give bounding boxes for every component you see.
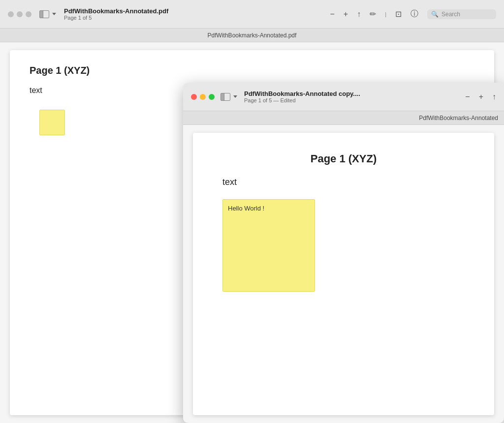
traffic-lights-front <box>191 94 215 100</box>
zoom-out-icon-back[interactable]: − <box>330 10 334 19</box>
zoom-in-icon-back[interactable]: + <box>344 10 348 19</box>
window-subtitle-front: Page 1 of 5 — Edited <box>244 97 296 103</box>
sticky-note-text: Hello World ! <box>228 205 264 212</box>
titlebar-back: PdfWithBookmarks-Annotated.pdf Page 1 of… <box>0 0 504 29</box>
search-bar-back[interactable]: 🔍 Search <box>427 9 496 19</box>
tab-title-back: PdfWithBookmarks-Annotated.pdf <box>208 32 297 39</box>
tab-title-front: PdfWithBookmarks-Annotated <box>419 115 498 121</box>
toolbar-front: − + ↑ <box>465 92 496 101</box>
search-icon-back: 🔍 <box>431 11 439 18</box>
titlebar-front: PdfWithBookmarks-Annotated copy.... Page… <box>183 83 504 111</box>
info-icon-back[interactable]: ⓘ <box>410 9 418 19</box>
window-subtitle-back: Page 1 of 5 <box>64 15 92 21</box>
fullscreen-button-front[interactable] <box>209 94 215 100</box>
sidebar-icon-back <box>39 10 49 18</box>
page-title-back: Page 1 (XYZ) <box>30 65 474 76</box>
page-text-front: text <box>222 177 470 187</box>
close-button-front[interactable] <box>191 94 197 100</box>
chevron-down-icon-front <box>233 95 237 98</box>
window-icon-back[interactable]: ⊡ <box>395 9 402 19</box>
sticky-note-small <box>39 110 65 135</box>
annotate-icon-back[interactable]: ✏ <box>370 9 376 19</box>
title-group-front: PdfWithBookmarks-Annotated copy.... Page… <box>244 90 360 103</box>
minimize-button-front[interactable] <box>200 94 206 100</box>
window-title-front: PdfWithBookmarks-Annotated copy.... <box>244 90 360 97</box>
toolbar-back: − + ↑ ✏ | ⊡ ⓘ 🔍 Search <box>330 9 496 19</box>
page-title-front: Page 1 (XYZ) <box>218 152 470 165</box>
sticky-note-large: Hello World ! <box>222 199 315 292</box>
fullscreen-button-back[interactable] <box>26 11 32 17</box>
sidebar-toggle-back[interactable] <box>39 10 56 18</box>
title-group-back: PdfWithBookmarks-Annotated.pdf Page 1 of… <box>64 7 168 21</box>
share-icon-back[interactable]: ↑ <box>357 10 361 19</box>
sidebar-icon-front <box>220 93 230 101</box>
tab-bar-back: PdfWithBookmarks-Annotated.pdf <box>0 29 504 42</box>
zoom-in-icon-front[interactable]: + <box>479 92 483 101</box>
minimize-button-back[interactable] <box>17 11 23 17</box>
front-window: PdfWithBookmarks-Annotated copy.... Page… <box>183 83 504 423</box>
sidebar-toggle-front[interactable] <box>220 93 237 101</box>
content-front: Page 1 (XYZ) text Hello World ! <box>183 125 504 423</box>
close-button-back[interactable] <box>8 11 14 17</box>
traffic-lights-back <box>8 11 32 17</box>
search-placeholder-back: Search <box>441 11 460 18</box>
pdf-page-front: Page 1 (XYZ) text Hello World ! <box>193 133 494 415</box>
chevron-down-icon-back <box>52 13 56 15</box>
zoom-out-icon-front[interactable]: − <box>465 92 470 101</box>
share-icon-front[interactable]: ↑ <box>492 92 496 101</box>
window-title-back: PdfWithBookmarks-Annotated.pdf <box>64 7 168 15</box>
tab-bar-front: PdfWithBookmarks-Annotated <box>183 111 504 125</box>
